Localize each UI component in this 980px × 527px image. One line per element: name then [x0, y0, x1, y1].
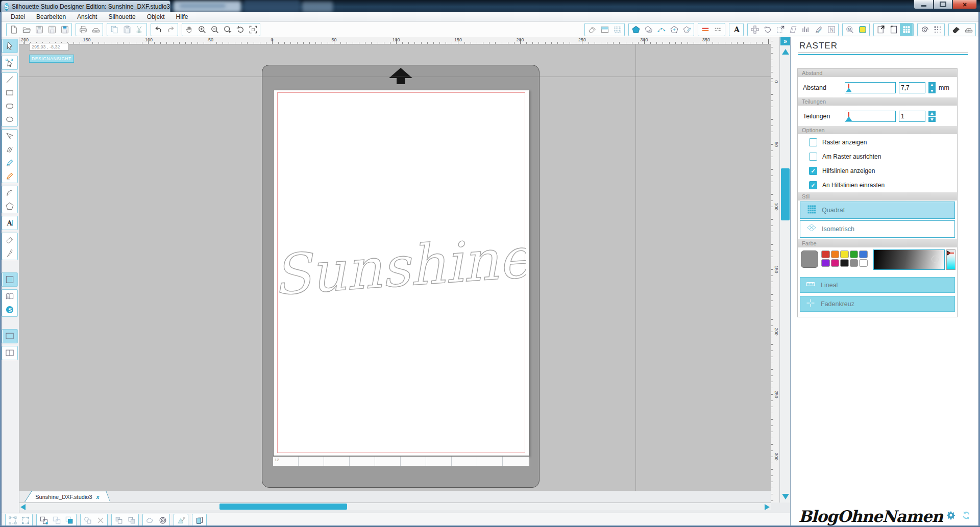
- align-bars-icon[interactable]: [799, 23, 812, 36]
- artwork-sunshine[interactable]: Sunshine: [278, 225, 526, 307]
- delete-icon[interactable]: [94, 514, 107, 526]
- redo-icon[interactable]: [164, 23, 177, 36]
- rotate-view-icon[interactable]: [234, 23, 247, 36]
- select-tool[interactable]: [3, 39, 17, 53]
- sketch-pens-icon[interactable]: [812, 23, 825, 36]
- line-tool[interactable]: [3, 73, 17, 86]
- hue-strip[interactable]: [946, 249, 955, 270]
- spinner-down-icon[interactable]: [928, 117, 936, 122]
- save-library-icon[interactable]: [58, 23, 71, 36]
- zoom-selection-icon[interactable]: [221, 23, 234, 36]
- select-all-handles-icon[interactable]: [19, 514, 32, 526]
- teilungen-spinner[interactable]: [928, 111, 936, 122]
- cut-icon[interactable]: [133, 23, 146, 36]
- shade-gradient[interactable]: [873, 249, 945, 270]
- scroll-left-button[interactable]: [20, 504, 26, 510]
- star-points-icon[interactable]: [668, 23, 680, 36]
- close-button[interactable]: ×: [952, 0, 977, 9]
- abstand-slider[interactable]: [845, 82, 896, 93]
- halftone-icon[interactable]: [931, 23, 944, 36]
- fill-tool-icon[interactable]: [175, 514, 187, 526]
- hue-strip-marker[interactable]: [947, 250, 951, 256]
- replicate-icon[interactable]: [748, 23, 761, 36]
- sticky-note-icon[interactable]: [856, 23, 869, 36]
- color-swatch[interactable]: [859, 250, 868, 258]
- save-icon[interactable]: [33, 23, 45, 36]
- checkbox-am-raster-ausrichten[interactable]: [809, 153, 817, 161]
- menu-hilfe[interactable]: Hilfe: [170, 13, 193, 20]
- minimize-button[interactable]: [914, 0, 934, 9]
- scroll-up-button[interactable]: [782, 49, 789, 55]
- spinner-up-icon[interactable]: [928, 82, 936, 88]
- sketch-smooth-tool[interactable]: [3, 169, 17, 183]
- document-tab[interactable]: Sunshine_DXF.studio3 x: [24, 491, 110, 502]
- save-as-icon[interactable]: [45, 23, 58, 36]
- swirl-icon[interactable]: [918, 23, 931, 36]
- bring-front-icon[interactable]: [63, 514, 76, 526]
- grid-toggle-icon[interactable]: [900, 23, 913, 36]
- fit-page-icon[interactable]: [247, 23, 259, 36]
- teilungen-slider-handle[interactable]: [846, 116, 852, 121]
- send-plotter-icon[interactable]: [962, 23, 975, 36]
- undo-icon[interactable]: [152, 23, 164, 36]
- store-tool[interactable]: S: [3, 303, 17, 316]
- gradient-marker[interactable]: [932, 256, 939, 263]
- grid-settings-icon[interactable]: [611, 23, 624, 36]
- menu-ansicht[interactable]: Ansicht: [71, 13, 103, 20]
- rotate-copy-icon[interactable]: [761, 23, 774, 36]
- vertical-scrollbar[interactable]: »: [779, 37, 790, 503]
- text-tool[interactable]: A: [3, 216, 17, 230]
- rectangle-tool[interactable]: [3, 86, 17, 99]
- vertical-guide-line[interactable]: [635, 44, 636, 491]
- pattern-icon[interactable]: N: [825, 23, 838, 36]
- copy-back-icon[interactable]: [125, 514, 138, 526]
- menu-datei[interactable]: Datei: [5, 13, 31, 20]
- single-view-tool[interactable]: [3, 330, 17, 343]
- line-style-icon[interactable]: [699, 23, 712, 36]
- group-icon[interactable]: [37, 514, 50, 526]
- color-swatch[interactable]: [831, 259, 840, 267]
- crop-frame-icon[interactable]: [887, 23, 900, 36]
- color-swatch[interactable]: [821, 250, 830, 258]
- horizontal-scrollbar[interactable]: [19, 503, 771, 510]
- horizontal-guide-line[interactable]: [19, 77, 771, 77]
- library-tool[interactable]: [3, 290, 17, 303]
- curve-tool[interactable]: [3, 143, 17, 156]
- edit-points-icon[interactable]: [655, 23, 668, 36]
- zoom-in-icon[interactable]: [195, 23, 208, 36]
- new-file-icon[interactable]: [7, 23, 20, 36]
- free-polygon-icon[interactable]: [680, 23, 693, 36]
- tab-close-button[interactable]: x: [96, 494, 100, 500]
- checkbox-hilfslinien-anzeig-en[interactable]: [809, 167, 817, 175]
- checkbox-raster-anzeigen[interactable]: [809, 138, 817, 146]
- ellipse-tool[interactable]: [3, 113, 17, 126]
- copy-icon[interactable]: [108, 23, 120, 36]
- panel-expand-button[interactable]: »: [780, 37, 790, 45]
- print-icon[interactable]: [77, 23, 89, 36]
- eraser-dark-icon[interactable]: [949, 23, 962, 36]
- registration-icon[interactable]: [156, 514, 169, 526]
- move-frame-icon[interactable]: [774, 23, 787, 36]
- color-swatch[interactable]: [831, 250, 840, 258]
- export-page-icon[interactable]: [874, 23, 887, 36]
- menu-bearbeiten[interactable]: Bearbeiten: [31, 13, 71, 20]
- color-swatch[interactable]: [840, 250, 849, 258]
- color-swatch[interactable]: [850, 259, 859, 267]
- menu-objekt[interactable]: Objekt: [141, 13, 170, 20]
- dash-style-icon[interactable]: [712, 23, 724, 36]
- teilungen-slider[interactable]: [845, 111, 896, 122]
- shadow-icon[interactable]: [642, 23, 655, 36]
- horizontal-scroll-thumb[interactable]: [219, 504, 347, 510]
- abstand-input[interactable]: [899, 82, 925, 93]
- fill-page-icon[interactable]: [598, 23, 611, 36]
- sketch-tool[interactable]: [3, 156, 17, 169]
- eraser-tool[interactable]: [3, 233, 17, 246]
- teilungen-input[interactable]: [899, 111, 925, 122]
- regular-polygon-tool[interactable]: [3, 199, 17, 213]
- stil-option-quadrat[interactable]: Quadrat: [800, 202, 955, 219]
- abstand-slider-handle[interactable]: [846, 88, 852, 92]
- color-swatch[interactable]: [821, 259, 830, 267]
- maximize-button[interactable]: [934, 0, 952, 9]
- abstand-spinner[interactable]: [928, 82, 936, 93]
- checkbox-an-hilfslinien-einrasten[interactable]: [809, 181, 817, 189]
